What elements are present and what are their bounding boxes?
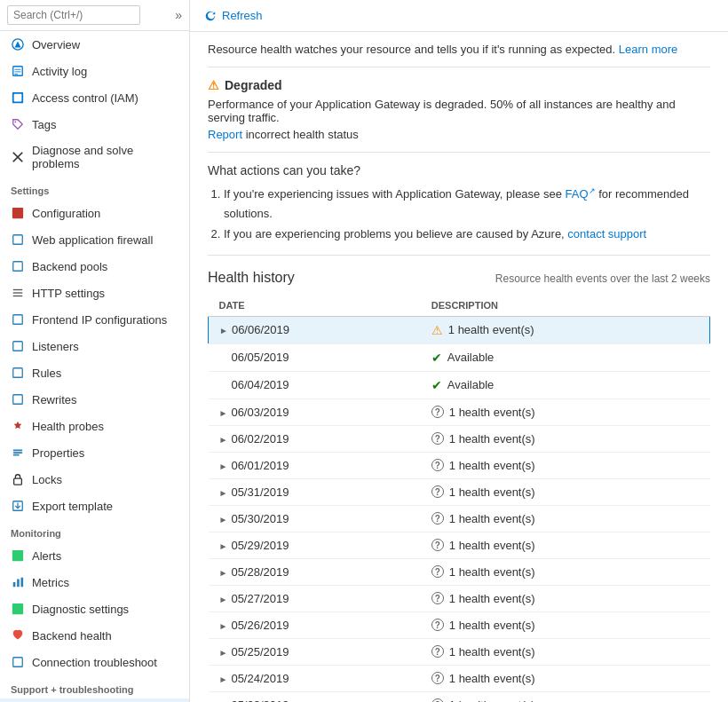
sidebar-label-waf: Web application firewall [32, 233, 153, 247]
sidebar-item-export-template[interactable]: Export template [0, 493, 189, 519]
desc-cell: ?1 health event(s) [421, 665, 710, 691]
sidebar-item-locks[interactable]: Locks [0, 466, 189, 493]
action-link-2[interactable]: contact support [567, 227, 646, 241]
svg-point-8 [15, 122, 17, 123]
desc-value: 1 health event(s) [449, 672, 535, 685]
table-row[interactable]: 06/04/2019 ✔Available [209, 371, 710, 398]
sidebar-item-frontend-ip[interactable]: Frontend IP configurations [0, 306, 189, 333]
expand-row-icon[interactable]: ► [219, 568, 228, 578]
report-link[interactable]: Report [208, 128, 242, 141]
expand-row-icon[interactable]: ► [219, 461, 228, 471]
sidebar-item-overview[interactable]: Overview [0, 31, 189, 58]
sidebar-label-diagnose: Diagnose and solve problems [32, 144, 178, 170]
table-row[interactable]: ►05/24/2019 ?1 health event(s) [209, 665, 710, 691]
action-item-1: If you're experiencing issues with Appli… [224, 185, 710, 225]
sidebar-item-tags[interactable]: Tags [0, 111, 189, 138]
overview-icon [11, 37, 25, 51]
sidebar-item-metrics[interactable]: Metrics [0, 569, 189, 596]
date-cell: ►06/02/2019 [209, 425, 421, 452]
svg-rect-13 [13, 262, 23, 272]
expand-row-icon[interactable]: ► [219, 326, 228, 335]
sidebar-item-http-settings[interactable]: HTTP settings [0, 280, 189, 306]
table-row[interactable]: ►05/30/2019 ?1 health event(s) [209, 505, 710, 532]
alerts-icon [11, 548, 25, 563]
desc-value: 1 health event(s) [449, 432, 535, 446]
svg-rect-29 [17, 580, 20, 588]
sidebar-item-diagnose[interactable]: Diagnose and solve problems [0, 138, 189, 177]
desc-cell: ✔Available [421, 343, 710, 371]
table-row[interactable]: ►06/02/2019 ?1 health event(s) [209, 425, 710, 452]
svg-rect-30 [21, 578, 24, 588]
expand-row-icon[interactable]: ► [219, 674, 228, 684]
sidebar-item-diagnostic-settings[interactable]: Diagnostic settings [0, 596, 189, 622]
info-status-icon: ? [431, 592, 444, 604]
expand-row-icon[interactable]: ► [219, 595, 228, 604]
expand-row-icon[interactable]: ► [219, 541, 228, 551]
table-row[interactable]: ►05/27/2019 ?1 health event(s) [209, 585, 710, 611]
action-link-1[interactable]: FAQ↗ [566, 187, 596, 201]
collapse-sidebar-button[interactable]: » [175, 9, 182, 21]
expand-row-icon[interactable]: ► [219, 408, 228, 418]
sidebar-item-listeners[interactable]: Listeners [0, 333, 189, 359]
sidebar-item-configuration[interactable]: Configuration [0, 200, 189, 226]
status-description: Performance of your Application Gateway … [208, 98, 710, 124]
warning-status-icon: ⚠ [431, 323, 443, 337]
date-cell: ►05/27/2019 [209, 585, 421, 611]
activity-log-icon [11, 64, 25, 78]
section-label-monitoring: Monitoring [0, 519, 189, 542]
sidebar-item-activity-log[interactable]: Activity log [0, 58, 189, 84]
desc-value: 1 health event(s) [448, 323, 534, 336]
status-label: Degraded [225, 78, 282, 92]
date-cell: ►06/03/2019 [209, 398, 421, 425]
expand-row-icon[interactable]: ► [219, 435, 228, 445]
desc-value: 1 health event(s) [449, 459, 535, 472]
history-title: Health history [208, 270, 295, 286]
desc-cell: ⚠1 health event(s) [421, 316, 710, 343]
sidebar-label-rewrites: Rewrites [32, 393, 77, 406]
table-row[interactable]: ►06/03/2019 ?1 health event(s) [209, 398, 710, 425]
actions-list: If you're experiencing issues with Appli… [208, 185, 710, 244]
table-row[interactable]: ►05/26/2019 ?1 health event(s) [209, 611, 710, 638]
sidebar-item-connection-troubleshoot[interactable]: Connection troubleshoot [0, 649, 189, 675]
section-label-support-+-troubleshooting: Support + troubleshooting [0, 675, 189, 698]
sidebar-item-properties[interactable]: Properties [0, 439, 189, 466]
expand-row-icon[interactable]: ► [219, 648, 228, 658]
sidebar-label-http-settings: HTTP settings [32, 287, 105, 300]
table-row[interactable]: ►06/01/2019 ?1 health event(s) [209, 452, 710, 478]
col-date: DATE [209, 295, 421, 317]
sidebar-item-backend-health[interactable]: Backend health [0, 622, 189, 649]
table-row[interactable]: ►05/31/2019 ?1 health event(s) [209, 478, 710, 505]
desc-value: 1 health event(s) [449, 592, 535, 605]
table-row[interactable]: ►05/29/2019 ?1 health event(s) [209, 532, 710, 558]
sidebar-item-waf[interactable]: Web application firewall [0, 226, 189, 253]
refresh-button[interactable]: Refresh [204, 9, 263, 22]
date-value: 05/26/2019 [231, 619, 289, 632]
learn-more-link[interactable]: Learn more [619, 43, 677, 56]
sidebar-item-backend-pools[interactable]: Backend pools [0, 253, 189, 280]
table-row[interactable]: ►05/23/2019 ?1 health event(s) [209, 691, 710, 702]
table-row[interactable]: 06/05/2019 ✔Available [209, 343, 710, 371]
sidebar-item-rules[interactable]: Rules [0, 359, 189, 386]
desc-cell: ?1 health event(s) [421, 585, 710, 611]
sidebar-item-iam[interactable]: Access control (IAM) [0, 84, 189, 111]
date-value: 06/01/2019 [231, 459, 289, 472]
table-row[interactable]: ►05/28/2019 ?1 health event(s) [209, 558, 710, 585]
sidebar-label-metrics: Metrics [32, 576, 69, 589]
metrics-icon [11, 575, 25, 589]
sidebar-item-rewrites[interactable]: Rewrites [0, 386, 189, 413]
svg-rect-19 [13, 368, 23, 378]
date-value: 05/24/2019 [231, 672, 289, 685]
properties-icon [11, 446, 25, 460]
search-input[interactable] [7, 5, 140, 25]
backend-health-icon [11, 628, 25, 643]
expand-row-icon[interactable]: ► [219, 515, 228, 525]
expand-row-icon[interactable]: ► [219, 621, 228, 631]
table-row[interactable]: ►06/06/2019 ⚠1 health event(s) [209, 316, 710, 343]
expand-row-icon[interactable]: ► [219, 488, 228, 498]
desc-value: 1 health event(s) [449, 645, 535, 659]
sidebar-item-alerts[interactable]: Alerts [0, 542, 189, 569]
export-template-icon [11, 499, 25, 513]
sidebar-item-resource-health[interactable]: Resource health [0, 698, 189, 702]
sidebar-item-health-probes[interactable]: Health probes [0, 413, 189, 439]
table-row[interactable]: ►05/25/2019 ?1 health event(s) [209, 638, 710, 665]
